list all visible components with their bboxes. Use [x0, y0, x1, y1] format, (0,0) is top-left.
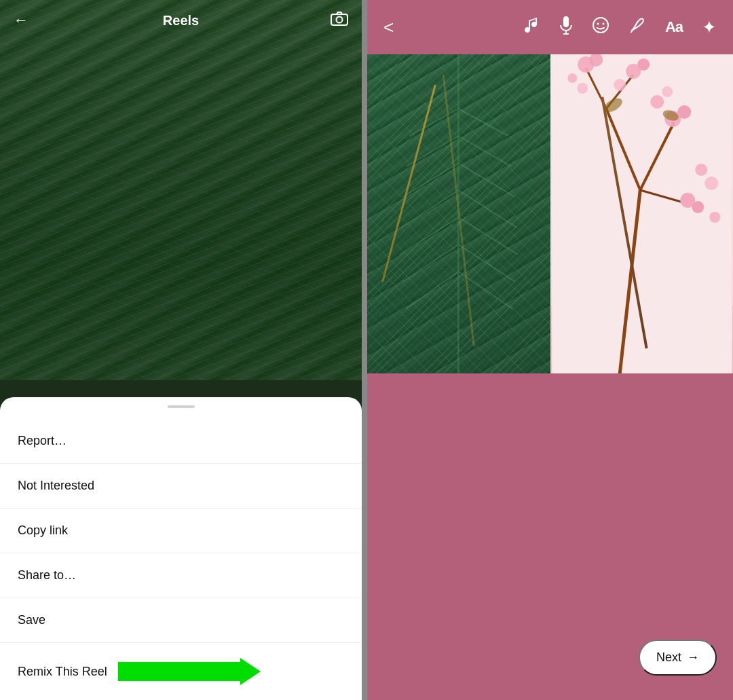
svg-line-14 [402, 244, 458, 282]
fern-overlay [0, 0, 362, 380]
image-collage [367, 54, 733, 373]
back-button[interactable]: ← [14, 12, 29, 29]
svg-point-42 [567, 73, 577, 83]
svg-line-12 [401, 190, 458, 227]
menu-item-save[interactable]: Save [0, 598, 362, 643]
svg-point-1 [337, 17, 343, 23]
menu-item-copy-link[interactable]: Copy link [0, 509, 362, 553]
menu-item-remix[interactable]: Remix This Reel [0, 643, 362, 700]
draw-icon[interactable] [628, 16, 646, 38]
svg-point-44 [650, 95, 664, 109]
svg-point-48 [709, 212, 720, 223]
svg-line-15 [406, 272, 458, 309]
editor-back-button[interactable]: < [383, 17, 394, 38]
text-icon[interactable]: Aa [665, 18, 683, 36]
svg-line-11 [402, 163, 458, 197]
svg-point-47 [704, 177, 718, 190]
next-button[interactable]: Next → [639, 640, 717, 676]
svg-line-18 [458, 163, 514, 197]
svg-point-46 [695, 164, 707, 176]
drag-handle[interactable] [168, 405, 195, 408]
svg-point-45 [662, 86, 673, 97]
svg-line-19 [458, 190, 516, 227]
menu-item-report[interactable]: Report… [0, 419, 362, 464]
svg-line-9 [409, 109, 458, 136]
face-icon[interactable] [592, 16, 609, 38]
svg-point-41 [577, 83, 588, 94]
green-arrow-icon [118, 658, 261, 685]
right-panel: < [367, 0, 733, 700]
svg-line-17 [458, 136, 511, 166]
mic-icon[interactable] [559, 16, 573, 39]
background-video [0, 0, 362, 380]
svg-point-34 [637, 58, 650, 71]
editor-toolbar: < [367, 0, 733, 54]
top-bar: ← Reels [0, 0, 362, 41]
svg-point-6 [597, 23, 599, 25]
bottom-sheet: Report… Not Interested Copy link Share t… [0, 397, 362, 700]
effects-icon[interactable]: ✦ [702, 17, 717, 38]
next-arrow-icon: → [687, 650, 699, 665]
svg-point-5 [593, 18, 608, 33]
left-panel: ← Reels Report… Not Interested Copy link… [0, 0, 362, 700]
fern-image [367, 54, 550, 373]
svg-point-38 [692, 201, 704, 213]
svg-line-16 [458, 109, 508, 136]
menu-item-share-to[interactable]: Share to… [0, 553, 362, 598]
svg-rect-24 [552, 54, 732, 373]
svg-point-36 [677, 105, 691, 119]
bottom-area [367, 544, 733, 700]
svg-rect-0 [331, 14, 347, 25]
page-title: Reels [163, 13, 199, 29]
camera-icon[interactable] [331, 11, 348, 30]
menu-item-not-interested[interactable]: Not Interested [0, 464, 362, 509]
svg-point-43 [614, 79, 626, 91]
svg-point-7 [602, 23, 604, 25]
cherry-blossom-image [550, 54, 734, 373]
music-icon[interactable] [524, 16, 540, 38]
svg-rect-2 [563, 16, 569, 27]
panel-divider [362, 0, 367, 700]
